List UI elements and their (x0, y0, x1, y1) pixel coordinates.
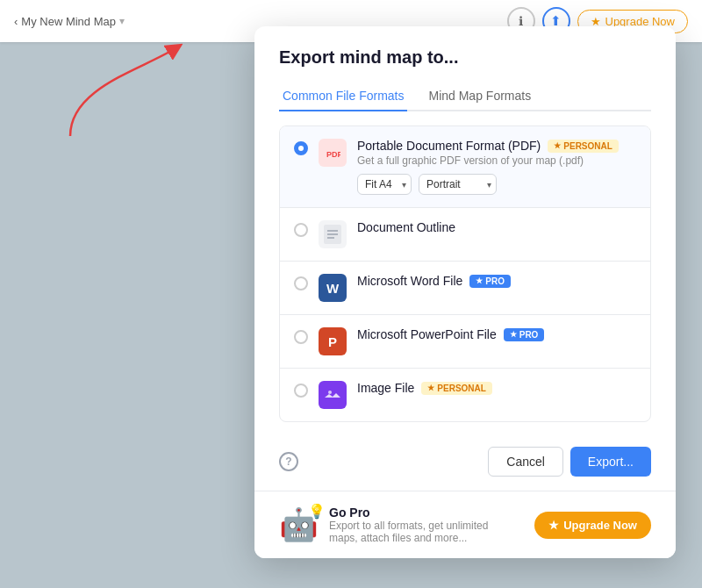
size-select[interactable]: Fit A4 A4 A3 Letter (357, 174, 412, 195)
format-radio-docoutline (294, 223, 308, 237)
format-name-row-docoutline: Document Outline (357, 220, 636, 234)
export-modal: Export mind map to... Common File Format… (254, 26, 676, 558)
format-icon-pdf: PDF (319, 139, 347, 167)
format-name-row-word: Microsoft Word File PRO (357, 274, 636, 288)
badge-pro-word: PRO (469, 275, 511, 288)
modal-footer: ? Cancel Export... (254, 436, 676, 491)
format-name-row-ppt: Microsoft PowerPoint File PRO (357, 327, 636, 341)
modal-tabs: Common File Formats Mind Map Formats (279, 82, 651, 111)
star-icon-upgrade: ★ (548, 519, 559, 532)
format-icon-word: W (319, 274, 347, 302)
format-icon-image (319, 381, 347, 409)
format-icon-ppt: P (319, 327, 347, 355)
go-pro-banner: 🤖 💡 Go Pro Export to all formats, get un… (254, 491, 676, 558)
format-name-pdf: Portable Document Format (PDF) (357, 139, 541, 153)
go-pro-text: Go Pro Export to all formats, get unlimi… (329, 506, 513, 544)
export-button[interactable]: Export... (570, 447, 651, 477)
format-radio-word (294, 276, 308, 290)
tab-mindmap-formats[interactable]: Mind Map Formats (425, 82, 534, 111)
format-name-row-image: Image File PERSONAL (357, 381, 636, 395)
format-content-pdf: Portable Document Format (PDF) PERSONAL … (357, 139, 636, 195)
robot-container: 🤖 💡 (279, 506, 319, 543)
format-name-word: Microsoft Word File (357, 274, 462, 288)
format-name-row-pdf: Portable Document Format (PDF) PERSONAL (357, 139, 636, 153)
badge-personal-pdf: PERSONAL (548, 140, 619, 153)
footer-buttons: Cancel Export... (488, 447, 651, 477)
format-radio-ppt (294, 330, 308, 344)
format-list: PDF Portable Document Format (PDF) PERSO… (279, 125, 651, 422)
format-item-word[interactable]: W Microsoft Word File PRO (280, 262, 650, 315)
modal-overlay: Export mind map to... Common File Format… (0, 0, 702, 588)
orientation-select[interactable]: Portrait Landscape (419, 174, 497, 195)
upgrade-now-button[interactable]: ★ Upgrade Now (534, 512, 651, 539)
tab-common-formats[interactable]: Common File Formats (279, 82, 407, 111)
svg-text:PDF: PDF (326, 150, 340, 159)
format-name-ppt: Microsoft PowerPoint File (357, 327, 497, 341)
format-content-ppt: Microsoft PowerPoint File PRO (357, 327, 636, 343)
modal-header: Export mind map to... Common File Format… (254, 26, 676, 111)
format-item-docoutline[interactable]: Document Outline (280, 208, 650, 262)
orientation-select-wrapper: Portrait Landscape (419, 174, 497, 195)
lightbulb-icon: 💡 (308, 503, 326, 520)
badge-pro-ppt: PRO (504, 328, 545, 341)
format-name-docoutline: Document Outline (357, 220, 455, 234)
format-item-pdf[interactable]: PDF Portable Document Format (PDF) PERSO… (280, 126, 650, 208)
svg-point-7 (328, 391, 332, 394)
format-radio-image (294, 384, 308, 398)
format-item-ppt[interactable]: P Microsoft PowerPoint File PRO (280, 315, 650, 369)
format-controls-pdf: Fit A4 A4 A3 Letter Portrait Landscape (357, 174, 636, 195)
format-icon-docoutline (319, 220, 347, 248)
format-content-word: Microsoft Word File PRO (357, 274, 636, 290)
svg-rect-6 (325, 387, 340, 403)
modal-title: Export mind map to... (279, 47, 651, 68)
go-pro-desc: Export to all formats, get unlimited map… (329, 520, 513, 544)
help-icon[interactable]: ? (279, 452, 298, 471)
badge-personal-image: PERSONAL (421, 382, 492, 395)
format-desc-pdf: Get a full graphic PDF version of your m… (357, 154, 636, 167)
cancel-button[interactable]: Cancel (488, 447, 563, 477)
go-pro-title: Go Pro (329, 506, 513, 520)
format-name-image: Image File (357, 381, 414, 395)
size-select-wrapper: Fit A4 A4 A3 Letter (357, 174, 412, 195)
format-radio-pdf (294, 141, 308, 155)
format-item-image[interactable]: Image File PERSONAL (280, 369, 650, 421)
format-content-image: Image File PERSONAL (357, 381, 636, 397)
modal-body: PDF Portable Document Format (PDF) PERSO… (254, 111, 676, 436)
format-content-docoutline: Document Outline (357, 220, 636, 236)
